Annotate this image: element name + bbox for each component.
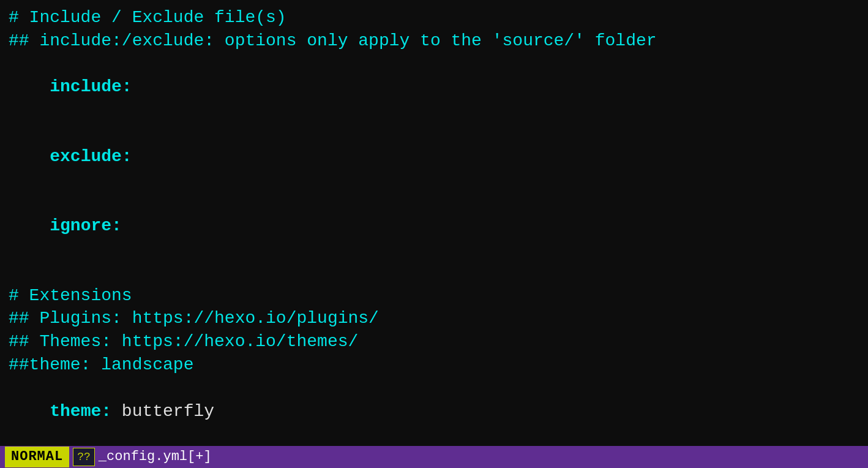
line-8: ## Plugins: https://hexo.io/plugins/ xyxy=(9,307,859,330)
key-exclude: exclude: xyxy=(50,147,132,166)
line-10: ##theme: landscape xyxy=(9,353,859,377)
line-5: ignore: xyxy=(9,191,859,260)
line-4: exclude: xyxy=(9,122,859,191)
line-7: # Extensions xyxy=(9,284,859,308)
line-1: # Include / Exclude file(s) xyxy=(9,6,859,29)
line-2: ## include:/exclude: options only apply … xyxy=(9,29,859,53)
line-9: ## Themes: https://hexo.io/themes/ xyxy=(9,330,859,353)
key-theme-colon: : xyxy=(101,402,111,421)
line-11: theme: butterfly xyxy=(9,377,859,446)
status-filename: _config.yml[+] xyxy=(99,448,212,466)
status-icon: ?? xyxy=(73,448,95,466)
status-bar: NORMAL ?? _config.yml[+] xyxy=(0,446,868,468)
line-3: include: xyxy=(9,53,859,122)
key-ignore: ignore: xyxy=(50,216,122,235)
empty-line-1 xyxy=(9,261,859,284)
value-theme: butterfly xyxy=(111,402,214,421)
editor-area: # Include / Exclude file(s) ## include:/… xyxy=(0,0,868,446)
key-include: include: xyxy=(50,77,132,96)
mode-indicator: NORMAL xyxy=(5,447,69,467)
key-theme: theme xyxy=(50,402,101,421)
